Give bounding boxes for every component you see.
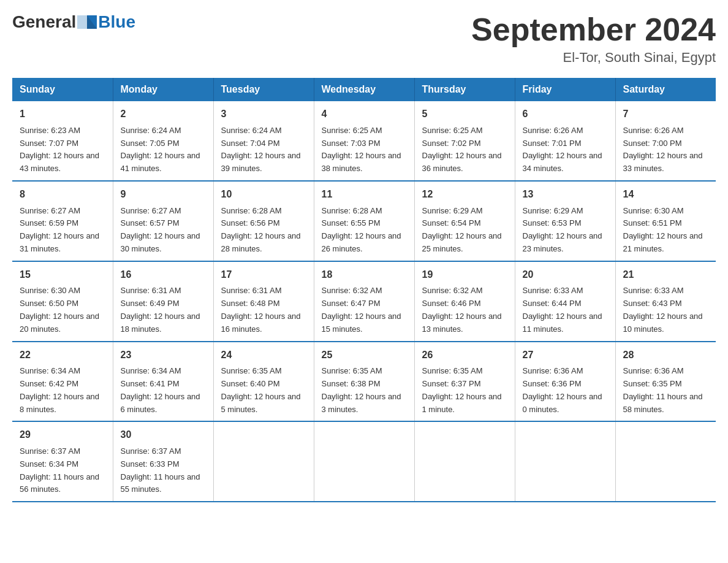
day-info: Sunrise: 6:31 AMSunset: 6:49 PMDaylight:… bbox=[121, 286, 200, 333]
day-number: 3 bbox=[221, 106, 306, 122]
calendar-header-row: SundayMondayTuesdayWednesdayThursdayFrid… bbox=[12, 78, 716, 101]
day-number: 13 bbox=[523, 186, 608, 202]
calendar-cell: 20 Sunrise: 6:33 AMSunset: 6:44 PMDaylig… bbox=[515, 261, 615, 342]
logo-text: General Blue bbox=[12, 12, 135, 32]
calendar-cell: 8 Sunrise: 6:27 AMSunset: 6:59 PMDayligh… bbox=[12, 181, 113, 261]
day-number: 19 bbox=[422, 267, 507, 283]
month-title: September 2024 bbox=[471, 12, 716, 47]
calendar-cell: 10 Sunrise: 6:28 AMSunset: 6:56 PMDaylig… bbox=[213, 181, 314, 261]
day-info: Sunrise: 6:27 AMSunset: 6:57 PMDaylight:… bbox=[121, 206, 200, 253]
day-number: 11 bbox=[322, 186, 407, 202]
calendar-cell bbox=[314, 421, 414, 502]
calendar-cell: 6 Sunrise: 6:26 AMSunset: 7:01 PMDayligh… bbox=[515, 101, 615, 181]
calendar-cell: 18 Sunrise: 6:32 AMSunset: 6:47 PMDaylig… bbox=[314, 261, 414, 342]
logo-flag-icon bbox=[77, 15, 97, 29]
day-info: Sunrise: 6:25 AMSunset: 7:03 PMDaylight:… bbox=[322, 126, 401, 173]
day-number: 23 bbox=[121, 347, 206, 363]
calendar-cell: 9 Sunrise: 6:27 AMSunset: 6:57 PMDayligh… bbox=[113, 181, 213, 261]
day-info: Sunrise: 6:33 AMSunset: 6:44 PMDaylight:… bbox=[523, 286, 602, 333]
calendar-cell: 26 Sunrise: 6:35 AMSunset: 6:37 PMDaylig… bbox=[414, 342, 515, 422]
day-number: 28 bbox=[623, 347, 709, 363]
day-number: 9 bbox=[121, 186, 206, 202]
day-info: Sunrise: 6:24 AMSunset: 7:05 PMDaylight:… bbox=[121, 126, 200, 173]
calendar-table: SundayMondayTuesdayWednesdayThursdayFrid… bbox=[12, 78, 716, 502]
day-info: Sunrise: 6:29 AMSunset: 6:53 PMDaylight:… bbox=[523, 206, 602, 253]
day-info: Sunrise: 6:28 AMSunset: 6:56 PMDaylight:… bbox=[221, 206, 301, 253]
calendar-cell: 17 Sunrise: 6:31 AMSunset: 6:48 PMDaylig… bbox=[213, 261, 314, 342]
day-info: Sunrise: 6:27 AMSunset: 6:59 PMDaylight:… bbox=[20, 206, 99, 253]
day-number: 6 bbox=[523, 106, 608, 122]
calendar-cell bbox=[615, 421, 716, 502]
day-info: Sunrise: 6:36 AMSunset: 6:36 PMDaylight:… bbox=[523, 366, 602, 413]
calendar-cell: 4 Sunrise: 6:25 AMSunset: 7:03 PMDayligh… bbox=[314, 101, 414, 181]
calendar-row: 1 Sunrise: 6:23 AMSunset: 7:07 PMDayligh… bbox=[12, 101, 716, 181]
svg-marker-1 bbox=[77, 15, 87, 29]
day-number: 5 bbox=[422, 106, 507, 122]
title-block: September 2024 El-Tor, South Sinai, Egyp… bbox=[471, 12, 716, 66]
day-info: Sunrise: 6:30 AMSunset: 6:50 PMDaylight:… bbox=[20, 286, 99, 333]
calendar-header-cell: Tuesday bbox=[213, 78, 314, 101]
day-info: Sunrise: 6:32 AMSunset: 6:47 PMDaylight:… bbox=[322, 286, 401, 333]
calendar-cell: 3 Sunrise: 6:24 AMSunset: 7:04 PMDayligh… bbox=[213, 101, 314, 181]
calendar-cell: 22 Sunrise: 6:34 AMSunset: 6:42 PMDaylig… bbox=[12, 342, 113, 422]
day-number: 10 bbox=[221, 186, 306, 202]
calendar-header-cell: Saturday bbox=[615, 78, 716, 101]
day-info: Sunrise: 6:32 AMSunset: 6:46 PMDaylight:… bbox=[422, 286, 502, 333]
day-number: 12 bbox=[422, 186, 507, 202]
logo-general-text: General bbox=[12, 12, 76, 32]
logo: General Blue bbox=[12, 12, 135, 32]
day-info: Sunrise: 6:33 AMSunset: 6:43 PMDaylight:… bbox=[623, 286, 703, 333]
day-number: 21 bbox=[623, 267, 709, 283]
calendar-cell: 1 Sunrise: 6:23 AMSunset: 7:07 PMDayligh… bbox=[12, 101, 113, 181]
calendar-cell: 7 Sunrise: 6:26 AMSunset: 7:00 PMDayligh… bbox=[615, 101, 716, 181]
day-info: Sunrise: 6:37 AMSunset: 6:34 PMDaylight:… bbox=[20, 446, 99, 494]
calendar-cell: 28 Sunrise: 6:36 AMSunset: 6:35 PMDaylig… bbox=[615, 342, 716, 422]
calendar-header-cell: Monday bbox=[113, 78, 213, 101]
calendar-cell: 14 Sunrise: 6:30 AMSunset: 6:51 PMDaylig… bbox=[615, 181, 716, 261]
day-info: Sunrise: 6:29 AMSunset: 6:54 PMDaylight:… bbox=[422, 206, 502, 253]
calendar-cell: 30 Sunrise: 6:37 AMSunset: 6:33 PMDaylig… bbox=[113, 421, 213, 502]
day-info: Sunrise: 6:35 AMSunset: 6:38 PMDaylight:… bbox=[322, 366, 401, 413]
day-info: Sunrise: 6:28 AMSunset: 6:55 PMDaylight:… bbox=[322, 206, 401, 253]
calendar-cell bbox=[515, 421, 615, 502]
day-number: 26 bbox=[422, 347, 507, 363]
calendar-cell: 24 Sunrise: 6:35 AMSunset: 6:40 PMDaylig… bbox=[213, 342, 314, 422]
calendar-header-cell: Thursday bbox=[414, 78, 515, 101]
calendar-cell: 19 Sunrise: 6:32 AMSunset: 6:46 PMDaylig… bbox=[414, 261, 515, 342]
calendar-cell bbox=[414, 421, 515, 502]
day-number: 7 bbox=[623, 106, 709, 122]
day-info: Sunrise: 6:31 AMSunset: 6:48 PMDaylight:… bbox=[221, 286, 301, 333]
calendar-cell: 11 Sunrise: 6:28 AMSunset: 6:55 PMDaylig… bbox=[314, 181, 414, 261]
day-info: Sunrise: 6:35 AMSunset: 6:40 PMDaylight:… bbox=[221, 366, 301, 413]
calendar-cell bbox=[213, 421, 314, 502]
day-info: Sunrise: 6:25 AMSunset: 7:02 PMDaylight:… bbox=[422, 126, 502, 173]
day-number: 2 bbox=[121, 106, 206, 122]
location-title: El-Tor, South Sinai, Egypt bbox=[471, 50, 716, 66]
day-info: Sunrise: 6:30 AMSunset: 6:51 PMDaylight:… bbox=[623, 206, 703, 253]
calendar-cell: 21 Sunrise: 6:33 AMSunset: 6:43 PMDaylig… bbox=[615, 261, 716, 342]
day-info: Sunrise: 6:35 AMSunset: 6:37 PMDaylight:… bbox=[422, 366, 502, 413]
day-number: 1 bbox=[20, 106, 105, 122]
day-number: 27 bbox=[523, 347, 608, 363]
calendar-cell: 15 Sunrise: 6:30 AMSunset: 6:50 PMDaylig… bbox=[12, 261, 113, 342]
day-info: Sunrise: 6:34 AMSunset: 6:41 PMDaylight:… bbox=[121, 366, 200, 413]
day-number: 15 bbox=[20, 267, 105, 283]
calendar-cell: 25 Sunrise: 6:35 AMSunset: 6:38 PMDaylig… bbox=[314, 342, 414, 422]
day-info: Sunrise: 6:37 AMSunset: 6:33 PMDaylight:… bbox=[121, 446, 200, 494]
calendar-header: SundayMondayTuesdayWednesdayThursdayFrid… bbox=[12, 78, 716, 101]
day-info: Sunrise: 6:26 AMSunset: 7:00 PMDaylight:… bbox=[623, 126, 703, 173]
day-number: 25 bbox=[322, 347, 407, 363]
day-number: 16 bbox=[121, 267, 206, 283]
calendar-header-cell: Wednesday bbox=[314, 78, 414, 101]
calendar-row: 15 Sunrise: 6:30 AMSunset: 6:50 PMDaylig… bbox=[12, 261, 716, 342]
day-number: 17 bbox=[221, 267, 306, 283]
page-header: General Blue September 2024 El-Tor, Sout… bbox=[12, 12, 716, 66]
logo-blue-text: Blue bbox=[98, 12, 135, 32]
day-number: 30 bbox=[121, 427, 206, 443]
day-info: Sunrise: 6:36 AMSunset: 6:35 PMDaylight:… bbox=[623, 366, 703, 413]
day-info: Sunrise: 6:34 AMSunset: 6:42 PMDaylight:… bbox=[20, 366, 99, 413]
day-info: Sunrise: 6:23 AMSunset: 7:07 PMDaylight:… bbox=[20, 126, 99, 173]
calendar-body: 1 Sunrise: 6:23 AMSunset: 7:07 PMDayligh… bbox=[12, 101, 716, 502]
calendar-header-cell: Sunday bbox=[12, 78, 113, 101]
calendar-cell: 27 Sunrise: 6:36 AMSunset: 6:36 PMDaylig… bbox=[515, 342, 615, 422]
